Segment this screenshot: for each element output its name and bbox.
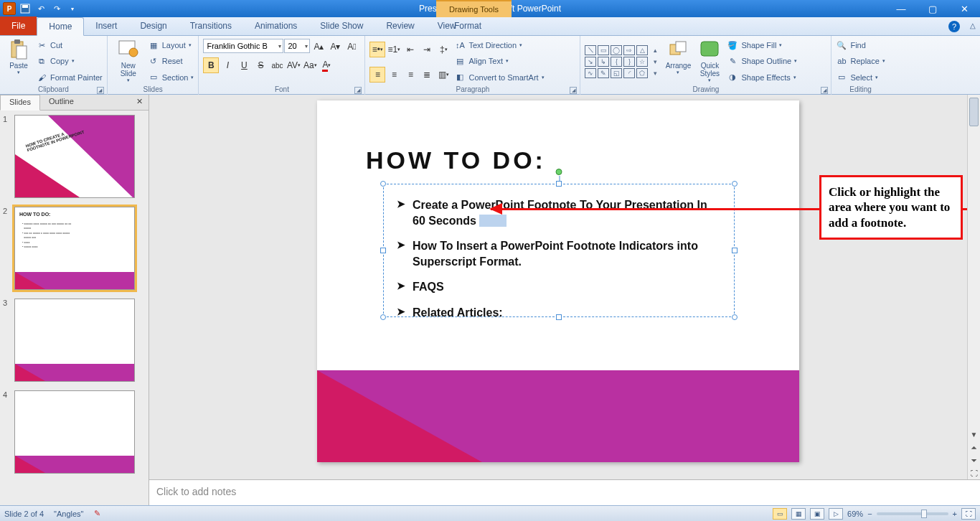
shape-scroll-icon[interactable]: ▾ — [649, 57, 661, 67]
align-left-button[interactable]: ≡ — [369, 67, 385, 83]
tab-review[interactable]: Review — [374, 17, 425, 35]
zoom-level[interactable]: 69% — [847, 510, 863, 518]
new-slide-button[interactable]: New Slide▾ — [112, 37, 145, 85]
shape-freeform-icon[interactable]: ✎ — [598, 68, 609, 78]
quick-styles-button[interactable]: Quick Styles▾ — [695, 37, 724, 85]
shape-oval-icon[interactable]: ◯ — [611, 45, 622, 55]
character-spacing-button[interactable]: AV▾ — [286, 57, 301, 73]
clear-formatting-button[interactable]: A⃠ — [344, 39, 359, 55]
justify-button[interactable]: ≣ — [419, 67, 435, 83]
fit-icon[interactable]: ⛶ — [968, 466, 980, 479]
columns-button[interactable]: ▥▾ — [435, 67, 451, 83]
scroll-down-icon[interactable]: ▼ — [968, 428, 980, 441]
shape-brace-icon[interactable]: { — [611, 57, 622, 67]
reset-button[interactable]: ↺Reset — [148, 54, 194, 68]
sorter-view-button[interactable]: ▦ — [791, 508, 806, 520]
shape-poly-icon[interactable]: ⬠ — [636, 68, 648, 78]
copy-button[interactable]: ⧉Copy▾ — [36, 54, 103, 68]
shape-effects-button[interactable]: ◑Shape Effects▾ — [727, 70, 797, 85]
resize-handle-se[interactable] — [732, 314, 738, 320]
arrange-button[interactable]: Arrange▾ — [664, 37, 692, 85]
tab-slideshow[interactable]: Slide Show — [308, 17, 374, 35]
shapes-gallery[interactable]: ＼▭◯⇨△▴ ↘↳{}☆▾ ∿✎◱◜⬠▾ — [585, 45, 661, 78]
zoom-out-button[interactable]: − — [867, 510, 872, 518]
tab-animations[interactable]: Animations — [243, 17, 308, 35]
thumbnails-list[interactable]: 1 HOW TO CREATE A FOOTNOTE IN POWERPOINT… — [0, 111, 149, 505]
redo-icon[interactable]: ↷ — [50, 2, 63, 15]
change-case-button[interactable]: Aa▾ — [302, 57, 318, 73]
content-textbox[interactable]: Create a PowerPoint Footnote To Your Pre… — [383, 184, 735, 317]
close-button[interactable]: ✕ — [948, 0, 980, 17]
slide-thumbnail-1[interactable]: HOW TO CREATE A FOOTNOTE IN POWERPOINT — [14, 115, 135, 198]
replace-button[interactable]: abReplace▾ — [836, 54, 885, 68]
cut-button[interactable]: ✂Cut — [36, 38, 103, 52]
strikethrough-button[interactable]: S — [253, 57, 268, 73]
tab-transitions[interactable]: Transitions — [179, 17, 243, 35]
tab-slides-thumbs[interactable]: Slides — [0, 95, 40, 111]
section-button[interactable]: ▭Section▾ — [148, 70, 194, 85]
text-selection[interactable] — [479, 215, 507, 227]
slide-thumbnail-3[interactable] — [14, 299, 135, 382]
resize-handle-e[interactable] — [732, 248, 738, 253]
shape-tri-icon[interactable]: △ — [636, 45, 648, 55]
tab-insert[interactable]: Insert — [84, 17, 128, 35]
font-name-combo[interactable]: Franklin Gothic B▾ — [203, 39, 283, 53]
rotate-handle[interactable] — [556, 169, 562, 175]
thumbs-close-icon[interactable]: ✕ — [131, 95, 149, 110]
italic-button[interactable]: I — [220, 57, 235, 73]
shape-brace2-icon[interactable]: } — [623, 57, 635, 67]
shadow-button[interactable]: abc — [269, 57, 285, 73]
vertical-scrollbar[interactable]: ▲ ▼ ⏶ ⏷ ⛶ — [967, 95, 980, 479]
notes-pane[interactable]: Click to add notes — [149, 479, 980, 505]
shrink-font-button[interactable]: A▾ — [327, 39, 343, 55]
text-direction-button[interactable]: ↕AText Direction▾ — [454, 38, 544, 52]
shape-curve-icon[interactable]: ∿ — [585, 68, 596, 78]
slide-canvas[interactable]: HOW TO DO: Create a PowerPoint Footnote … — [149, 95, 980, 479]
font-size-combo[interactable]: 20▾ — [284, 39, 310, 53]
prev-slide-icon[interactable]: ⏶ — [968, 441, 980, 454]
app-icon[interactable]: P — [3, 2, 16, 15]
shape-connector-icon[interactable]: ↳ — [598, 57, 609, 67]
clipboard-dialog-launcher[interactable]: ◢ — [97, 87, 104, 94]
grow-font-button[interactable]: A▴ — [311, 39, 326, 55]
zoom-in-button[interactable]: + — [953, 510, 957, 518]
bullets-button[interactable]: ≡•▾ — [369, 42, 385, 57]
save-icon[interactable] — [19, 2, 32, 15]
scroll-thumb[interactable] — [969, 98, 979, 126]
spellcheck-icon[interactable]: ✎ — [94, 509, 100, 518]
shape-more-icon[interactable]: ▴ — [649, 45, 661, 55]
resize-handle-ne[interactable] — [732, 181, 738, 187]
qat-dropdown-icon[interactable]: ▾ — [66, 2, 79, 15]
fit-window-button[interactable]: ⛶ — [961, 508, 976, 520]
slide-thumbnail-4[interactable] — [14, 390, 135, 474]
numbering-button[interactable]: ≡1▾ — [386, 42, 402, 57]
resize-handle-w[interactable] — [380, 248, 386, 253]
maximize-button[interactable]: ▢ — [917, 0, 948, 17]
bold-button[interactable]: B — [203, 57, 219, 73]
tab-design[interactable]: Design — [128, 17, 178, 35]
normal-view-button[interactable]: ▭ — [773, 508, 787, 520]
decrease-indent-button[interactable]: ⇤ — [402, 42, 418, 57]
shape-star-icon[interactable]: ☆ — [636, 57, 648, 67]
shape-arrow-icon[interactable]: ⇨ — [623, 45, 635, 55]
resize-handle-sw[interactable] — [380, 314, 386, 320]
tab-file[interactable]: File — [0, 17, 37, 35]
shape-fill-button[interactable]: 🪣Shape Fill▾ — [727, 38, 797, 52]
slideshow-view-button[interactable]: ▷ — [829, 508, 843, 520]
shape-line-icon[interactable]: ＼ — [585, 45, 596, 55]
line-spacing-button[interactable]: ‡▾ — [435, 42, 451, 57]
paste-button[interactable]: Paste▾ — [4, 37, 33, 85]
shape-outline-button[interactable]: ✎Shape Outline▾ — [727, 54, 797, 68]
zoom-slider[interactable] — [877, 512, 948, 515]
layout-button[interactable]: ▦Layout▾ — [148, 38, 194, 52]
next-slide-icon[interactable]: ⏷ — [968, 454, 980, 466]
help-icon[interactable]: ? — [948, 21, 960, 32]
tab-home[interactable]: Home — [37, 17, 84, 36]
slide-title[interactable]: HOW TO DO: — [366, 146, 546, 174]
shape-callout-icon[interactable]: ◱ — [611, 68, 622, 78]
increase-indent-button[interactable]: ⇥ — [419, 42, 435, 57]
align-center-button[interactable]: ≡ — [386, 67, 402, 83]
slide-thumbnail-2[interactable]: HOW TO DO: • xxxxxx xxxx xxxxx xx xxx xx… — [14, 207, 135, 290]
underline-button[interactable]: U — [236, 57, 252, 73]
shape-arc-icon[interactable]: ◜ — [623, 68, 635, 78]
